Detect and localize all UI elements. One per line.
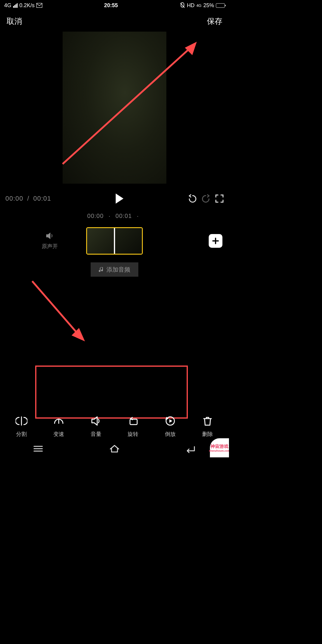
split-icon [16,415,27,427]
tool-rotate[interactable]: 旋转 [127,415,139,438]
status-left: 4G 0.2K/s [4,2,42,9]
rotate-icon [127,415,139,427]
volume-icon [90,415,102,427]
svg-rect-0 [37,3,42,8]
edit-toolbar: 分割 变速 音量 旋转 倒放 删除 [0,415,229,438]
watermark-badge: 神宙游戏 shenzhoum.com [210,438,229,457]
tool-volume[interactable]: 音量 [90,415,102,438]
tool-volume-label: 音量 [91,431,101,438]
tool-split[interactable]: 分割 [16,415,27,438]
music-note-icon [99,267,104,273]
watermark-title: 神宙游戏 [210,444,228,449]
network-type-2: 4G [196,4,202,7]
preview-area [0,32,229,188]
time-current: 00:00 [5,195,23,202]
hd-label: HD [187,2,195,9]
add-audio-button[interactable]: 添加音频 [91,262,138,277]
tick-start: 00:00 [87,213,104,219]
tool-speed[interactable]: 变速 [53,415,65,438]
signal-icon [13,3,18,8]
system-navbar [0,441,229,458]
nav-back-button[interactable] [185,444,197,454]
nav-recent-button[interactable] [32,444,44,454]
mute-icon [180,2,185,8]
tick-dot-2: · [137,213,139,219]
svg-line-3 [32,281,80,337]
add-audio-label: 添加音频 [106,266,130,274]
playhead[interactable] [114,227,115,255]
redo-button[interactable] [202,194,210,203]
video-clip[interactable] [86,227,143,255]
tool-reverse[interactable]: 倒放 [164,415,176,438]
time-sep: / [27,195,29,202]
speaker-icon [46,232,54,240]
undo-button[interactable] [188,194,197,203]
play-button[interactable] [115,193,124,204]
svg-marker-4 [72,328,85,341]
tick-dot: · [109,213,111,219]
add-clip-button[interactable] [209,234,222,248]
network-type: 4G [4,2,11,9]
time-display: 00:00 / 00:01 [5,195,51,202]
tick-end: 00:01 [115,213,132,219]
reverse-icon [164,415,176,427]
watermark-sub: shenzhoum.com [209,449,229,452]
time-total: 00:01 [33,195,51,202]
player-controls: 00:00 / 00:01 [0,188,229,206]
tool-rotate-label: 旋转 [128,431,138,438]
original-sound-label: 原声开 [42,243,58,250]
status-right: HD 4G 25% [180,2,225,9]
battery-percent: 25% [203,2,214,9]
save-button[interactable]: 保存 [207,16,222,27]
plus-icon [212,238,219,244]
editor-header: 取消 保存 [0,11,229,32]
annotation-arrow-tools [30,279,89,347]
network-speed: 0.2K/s [19,2,35,9]
timeline-ticks: 00:00 · 00:01 · [0,213,229,219]
nav-home-button[interactable] [109,444,120,454]
status-time: 20:55 [104,2,118,9]
tool-split-label: 分割 [16,431,27,438]
cancel-button[interactable]: 取消 [7,16,22,27]
speed-icon [53,415,65,427]
tool-delete-label: 删除 [202,431,213,438]
status-bar: 4G 0.2K/s 20:55 HD 4G 25% [0,0,229,11]
original-sound-toggle[interactable]: 原声开 [42,232,58,250]
trash-icon [202,415,213,427]
mail-icon [36,3,42,8]
tool-delete[interactable]: 删除 [202,415,213,438]
fullscreen-button[interactable] [215,194,224,203]
tool-speed-label: 变速 [53,431,64,438]
timeline-row: 原声开 [0,226,229,256]
annotation-highlight-box [35,366,188,419]
battery-icon [216,3,225,8]
tool-reverse-label: 倒放 [165,431,176,438]
video-preview[interactable] [63,32,166,184]
svg-rect-6 [130,419,137,425]
